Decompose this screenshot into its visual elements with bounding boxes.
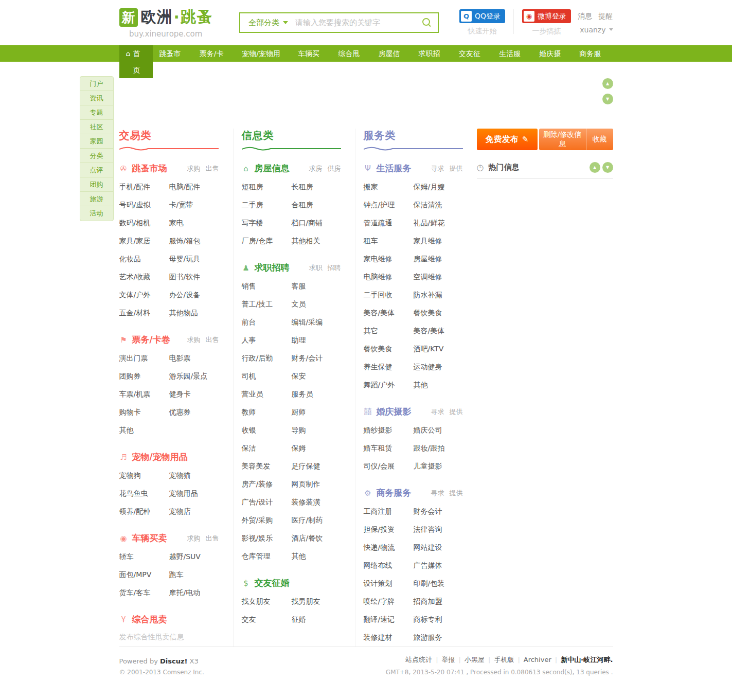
- category-item-link[interactable]: 文体/户外: [119, 286, 169, 304]
- category-item-link[interactable]: 足疗保健: [292, 457, 341, 475]
- category-item-link[interactable]: 其他: [414, 376, 463, 394]
- category-item-link[interactable]: 宠物用品: [169, 484, 219, 502]
- sidebar-item[interactable]: 旅游: [80, 192, 113, 206]
- category-item-link[interactable]: 儿童摄影: [414, 457, 463, 475]
- section-quick-link[interactable]: 求购: [187, 164, 201, 173]
- free-publish-button[interactable]: 免费发布 ✎: [477, 129, 538, 150]
- footer-link[interactable]: 手机版: [494, 656, 514, 663]
- category-item-link[interactable]: 写字楼: [242, 214, 292, 232]
- section-title-link[interactable]: 票务/卡卷: [132, 334, 170, 346]
- section-title-link[interactable]: 求职招聘: [255, 262, 290, 274]
- category-item-link[interactable]: 装修建材: [364, 629, 414, 647]
- category-item-link[interactable]: 宠物猫: [169, 466, 219, 484]
- category-item-link[interactable]: 合租房: [292, 196, 341, 214]
- category-item-link[interactable]: 翻译/速记: [364, 611, 414, 629]
- footer-link[interactable]: Archiver: [524, 656, 551, 663]
- category-item-link[interactable]: 电脑维修: [364, 268, 414, 286]
- section-quick-link[interactable]: 寻求: [431, 407, 444, 417]
- category-item-link[interactable]: 电脑/配件: [169, 178, 219, 196]
- category-item-link[interactable]: 婚庆公司: [414, 421, 463, 439]
- category-item-link[interactable]: 短租房: [242, 178, 292, 196]
- category-item-link[interactable]: 交友: [242, 611, 292, 629]
- section-title-link[interactable]: 房屋信息: [255, 163, 290, 174]
- category-item-link[interactable]: 家电: [169, 214, 219, 232]
- category-item-link[interactable]: 花鸟鱼虫: [119, 484, 169, 502]
- category-item-link[interactable]: 车票/机票: [119, 385, 169, 403]
- category-item-link[interactable]: 仓库管理: [242, 547, 292, 565]
- category-item-link[interactable]: 空调维修: [414, 268, 463, 286]
- username-menu[interactable]: xuanzy: [574, 26, 613, 34]
- category-item-link[interactable]: 美容/美体: [364, 304, 414, 322]
- category-item-link[interactable]: 长租房: [292, 178, 341, 196]
- category-item-link[interactable]: 母婴/玩具: [169, 250, 219, 268]
- category-item-link[interactable]: 货车/客车: [119, 584, 169, 602]
- category-item-link[interactable]: 卡/宽带: [169, 196, 219, 214]
- category-item-link[interactable]: 财务/会计: [292, 349, 341, 367]
- category-item-link[interactable]: 搬家: [364, 178, 414, 196]
- category-item-link[interactable]: 旅游服务: [414, 629, 463, 647]
- footer-link[interactable]: 举报: [442, 656, 455, 663]
- footer-link[interactable]: 新中山-岐江河畔.: [561, 656, 613, 663]
- alerts-link[interactable]: 提醒: [599, 12, 613, 20]
- category-item-link[interactable]: 装修装潢: [292, 493, 341, 511]
- category-item-link[interactable]: 摩托/电动: [169, 584, 219, 602]
- category-item-link[interactable]: 化妆品: [119, 250, 169, 268]
- category-item-link[interactable]: 房屋维修: [414, 250, 463, 268]
- category-item-link[interactable]: 影视/娱乐: [242, 529, 292, 547]
- section-title-link[interactable]: 商务服务: [377, 487, 412, 499]
- section-quick-link[interactable]: 出售: [206, 534, 219, 543]
- sidebar-item[interactable]: 点评: [80, 163, 113, 177]
- category-item-link[interactable]: 外贸/采购: [242, 511, 292, 529]
- category-item-link[interactable]: 印刷/包装: [414, 575, 463, 593]
- category-item-link[interactable]: 其它: [364, 322, 414, 340]
- section-title-link[interactable]: 综合甩卖: [132, 614, 167, 625]
- category-item-link[interactable]: 导购: [292, 421, 341, 439]
- section-quick-link[interactable]: 提供: [450, 407, 463, 417]
- category-item-link[interactable]: 销售: [242, 277, 292, 295]
- section-title-link[interactable]: 跳蚤市场: [132, 163, 167, 174]
- section-quick-link[interactable]: 寻求: [431, 164, 444, 173]
- category-item-link[interactable]: 钟点/护理: [364, 196, 414, 214]
- messages-link[interactable]: 消息: [578, 12, 592, 20]
- category-item-link[interactable]: 网页制作: [292, 475, 341, 493]
- category-item-link[interactable]: 跟妆/跟拍: [414, 439, 463, 457]
- section-quick-link[interactable]: 求购: [187, 335, 201, 345]
- category-item-link[interactable]: 家具维修: [414, 232, 463, 250]
- category-item-link[interactable]: 其他: [119, 421, 169, 439]
- section-quick-link[interactable]: 供房: [328, 164, 341, 173]
- site-logo[interactable]: 新 欧洲 · 跳蚤 buy.xineurope.com: [119, 7, 212, 39]
- category-item-link[interactable]: 厨师: [292, 403, 341, 421]
- category-item-link[interactable]: 婚纱摄影: [364, 421, 414, 439]
- category-item-link[interactable]: 号码/虚拟: [119, 196, 169, 214]
- category-item-link[interactable]: 酒吧/KTV: [414, 340, 463, 358]
- scroll-down-button[interactable]: ▼: [602, 94, 613, 104]
- category-item-link[interactable]: 招商加盟: [414, 593, 463, 611]
- category-item-link[interactable]: 越野/SUV: [169, 548, 219, 566]
- sidebar-item[interactable]: 家园: [80, 134, 113, 149]
- category-item-link[interactable]: 艺术/收藏: [119, 268, 169, 286]
- section-quick-link[interactable]: 出售: [206, 164, 219, 173]
- scroll-up-button[interactable]: ▲: [602, 78, 613, 89]
- category-item-link[interactable]: 租车: [364, 232, 414, 250]
- category-item-link[interactable]: 服饰/箱包: [169, 232, 219, 250]
- category-item-link[interactable]: 助理: [292, 331, 341, 349]
- category-item-link[interactable]: 法律咨询: [414, 520, 463, 539]
- section-quick-link[interactable]: 出售: [206, 335, 219, 345]
- category-item-link[interactable]: 领养/配种: [119, 502, 169, 520]
- category-item-link[interactable]: 酒店/餐饮: [292, 529, 341, 547]
- category-item-link[interactable]: 演出门票: [119, 349, 169, 367]
- category-item-link[interactable]: 广告媒体: [414, 557, 463, 575]
- favorite-button[interactable]: 收藏: [586, 129, 613, 150]
- category-item-link[interactable]: 团购券: [119, 367, 169, 385]
- category-item-link[interactable]: 人事: [242, 331, 292, 349]
- category-item-link[interactable]: 宠物店: [169, 502, 219, 520]
- category-item-link[interactable]: 礼品/鲜花: [414, 214, 463, 232]
- category-item-link[interactable]: 征婚: [292, 611, 341, 629]
- category-item-link[interactable]: 工商注册: [364, 502, 414, 520]
- category-item-link[interactable]: 面包/MPV: [119, 566, 169, 584]
- category-item-link[interactable]: 司仪/会展: [364, 457, 414, 475]
- category-item-link[interactable]: 图书/软件: [169, 268, 219, 286]
- category-item-link[interactable]: 数码/相机: [119, 214, 169, 232]
- section-quick-link[interactable]: 求购: [187, 534, 201, 543]
- category-item-link[interactable]: 商标专利: [414, 611, 463, 629]
